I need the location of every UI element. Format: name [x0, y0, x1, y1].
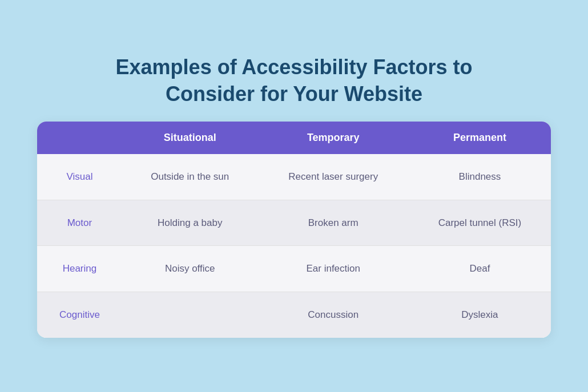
cell-category: Motor [37, 200, 122, 246]
table-row: HearingNoisy officeEar infectionDeaf [37, 246, 551, 292]
header-category [37, 122, 122, 154]
table-row: MotorHolding a babyBroken armCarpel tunn… [37, 200, 551, 246]
cell-permanent: Carpel tunnel (RSI) [409, 200, 551, 246]
page-title: Examples of Accessibility Factors to Con… [116, 54, 473, 108]
table-row: VisualOutside in the sunRecent laser sur… [37, 154, 551, 200]
cell-permanent: Dyslexia [409, 292, 551, 338]
cell-permanent: Deaf [409, 246, 551, 292]
accessibility-table: Situational Temporary Permanent VisualOu… [37, 122, 551, 338]
cell-category: Visual [37, 154, 122, 200]
header-temporary: Temporary [258, 122, 409, 154]
cell-situational [122, 292, 258, 338]
cell-temporary: Concussion [258, 292, 409, 338]
cell-situational: Holding a baby [122, 200, 258, 246]
cell-temporary: Broken arm [258, 200, 409, 246]
cell-category: Hearing [37, 246, 122, 292]
accessibility-table-container: Situational Temporary Permanent VisualOu… [37, 122, 551, 338]
cell-permanent: Blindness [409, 154, 551, 200]
cell-situational: Noisy office [122, 246, 258, 292]
cell-temporary: Recent laser surgery [258, 154, 409, 200]
header-permanent: Permanent [409, 122, 551, 154]
cell-situational: Outside in the sun [122, 154, 258, 200]
cell-temporary: Ear infection [258, 246, 409, 292]
table-row: CognitiveConcussionDyslexia [37, 292, 551, 338]
cell-category: Cognitive [37, 292, 122, 338]
header-situational: Situational [122, 122, 258, 154]
table-header-row: Situational Temporary Permanent [37, 122, 551, 154]
